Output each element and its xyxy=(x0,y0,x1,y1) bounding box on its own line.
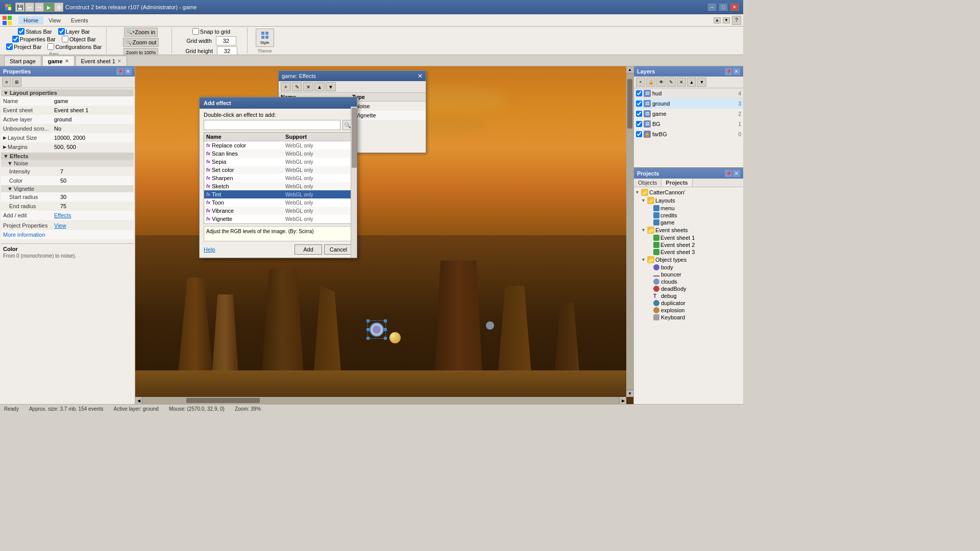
menu-events[interactable]: Events xyxy=(66,16,93,24)
effect-item-4[interactable]: fxSharpen WebGL only xyxy=(204,174,352,182)
effect-item-2[interactable]: fxSepia WebGL only xyxy=(204,158,352,166)
effects-link[interactable]: Effects xyxy=(54,212,132,218)
tree-event1[interactable]: Event sheet 1 xyxy=(635,234,742,241)
zoom-100-btn[interactable]: Zoom to 100% xyxy=(124,48,159,55)
tree-obj-debug[interactable]: T debug xyxy=(635,292,742,299)
tab-start-page[interactable]: Start page xyxy=(4,56,41,66)
cancel-button[interactable]: Cancel xyxy=(324,244,353,255)
tree-layout-menu[interactable]: menu xyxy=(635,205,742,212)
layout-properties-header[interactable]: ▼ Layout properties xyxy=(1,89,134,96)
vignette-header[interactable]: ▼ Vignette xyxy=(1,185,134,192)
layer-game-visible[interactable] xyxy=(636,111,642,117)
tree-obj-clouds[interactable]: clouds xyxy=(635,278,742,285)
projects-close-btn[interactable]: ✕ xyxy=(733,170,740,177)
run-icon[interactable]: ▶ xyxy=(44,3,54,12)
tree-obj-explosion[interactable]: explosion xyxy=(635,307,742,314)
tab-projects[interactable]: Projects xyxy=(662,179,692,187)
project-bar-check[interactable]: Project Bar xyxy=(6,43,41,51)
layer-ground-visible[interactable] xyxy=(636,101,642,107)
tree-objecttypes[interactable]: ▼ 📁 Object types xyxy=(635,256,742,264)
effect-item-3[interactable]: fxSet color WebGL only xyxy=(204,166,352,174)
tree-layout-game[interactable]: game xyxy=(635,219,742,226)
layer-hud[interactable]: 🖼 hud 4 xyxy=(634,88,743,98)
player-object[interactable] xyxy=(370,322,384,337)
effect-item-6[interactable]: fxTint WebGL only xyxy=(204,190,352,198)
effect-search-input[interactable] xyxy=(204,120,340,130)
menu-home[interactable]: Home xyxy=(18,16,43,24)
tree-eventsheets[interactable]: ▼ 📁 Event sheets xyxy=(635,226,742,234)
tree-obj-keyboard[interactable]: Keyboard xyxy=(635,314,742,321)
effects-delete-btn[interactable]: ✕ xyxy=(303,82,313,91)
layer-add-btn[interactable]: + xyxy=(636,78,645,87)
grid-height-input[interactable] xyxy=(217,46,237,55)
sort-alpha-btn[interactable]: ≡ xyxy=(2,78,11,87)
layer-farbg-visible[interactable] xyxy=(636,131,642,137)
help-btn[interactable]: ? xyxy=(732,16,741,25)
layer-up-btn[interactable]: ▲ xyxy=(687,78,696,87)
project-properties-link[interactable]: View xyxy=(54,222,132,229)
vertical-scrollbar[interactable]: ▲ ▼ xyxy=(626,66,633,397)
layer-delete-btn[interactable]: ✕ xyxy=(677,78,686,87)
layer-down-btn[interactable]: ▼ xyxy=(697,78,706,87)
style-button[interactable]: Style xyxy=(256,29,274,47)
h-scroll-thumb[interactable] xyxy=(186,398,260,403)
tree-obj-duplicator[interactable]: duplicator xyxy=(635,299,742,307)
debug-run-icon[interactable]: ⚙ xyxy=(54,3,63,12)
effects-edit-btn[interactable]: ✎ xyxy=(292,82,302,91)
layer-bar-check[interactable]: Layer Bar xyxy=(58,28,90,35)
horizontal-scrollbar[interactable]: ◀ ▶ xyxy=(135,397,626,404)
layers-pin-btn[interactable]: 📌 xyxy=(725,68,732,75)
tree-obj-deadbody[interactable]: deadBody xyxy=(635,285,742,292)
layer-bg[interactable]: 🖼 BG 1 xyxy=(634,119,743,129)
tab-game-close[interactable]: ✕ xyxy=(65,59,69,64)
projects-pin-btn[interactable]: 📌 xyxy=(725,170,732,177)
status-bar-check[interactable]: Status Bar xyxy=(18,28,52,35)
effects-up-btn[interactable]: ▲ xyxy=(314,82,325,91)
effects-list[interactable]: Name Support fxReplace color WebGL only … xyxy=(204,132,353,224)
minimize-button[interactable]: ─ xyxy=(707,3,717,11)
scroll-up-btn[interactable]: ▲ xyxy=(714,17,721,23)
help-link[interactable]: Help xyxy=(204,246,215,253)
sort-cat-btn[interactable]: ⊞ xyxy=(12,78,21,87)
tree-obj-bouncer[interactable]: bouncer xyxy=(635,271,742,278)
list-scrollbar[interactable] xyxy=(351,132,353,224)
redo-icon[interactable]: ↪ xyxy=(35,3,44,12)
effects-down-btn[interactable]: ▼ xyxy=(326,82,336,91)
menu-view[interactable]: View xyxy=(43,16,66,24)
canvas-area[interactable]: ◀ ▶ ▲ ▼ game: Effects ✕ + ✎ ✕ ▲ ▼ Name T… xyxy=(135,66,633,404)
layers-close-btn[interactable]: ✕ xyxy=(733,68,740,75)
layer-game[interactable]: 🖼 game 2 xyxy=(634,109,743,119)
zoom-out-btn[interactable]: 🔍- Zoom out xyxy=(123,38,159,47)
layer-bg-visible[interactable] xyxy=(636,121,642,127)
scroll-right-btn[interactable]: ▶ xyxy=(619,397,626,404)
add-button[interactable]: Add xyxy=(295,244,322,255)
configurations-bar-check[interactable]: Configurations Bar xyxy=(47,43,102,51)
effect-item-7[interactable]: fxToon WebGL only xyxy=(204,198,352,207)
coin-object[interactable] xyxy=(389,332,401,343)
tree-event2[interactable]: Event sheet 2 xyxy=(635,241,742,248)
tree-layouts[interactable]: ▼ 📁 Layouts xyxy=(635,196,742,205)
effect-item-9[interactable]: fxVignette WebGL only xyxy=(204,215,352,223)
properties-close-btn[interactable]: ✕ xyxy=(125,68,132,75)
tree-event3[interactable]: Event sheet 3 xyxy=(635,248,742,256)
undo-icon[interactable]: ↩ xyxy=(25,3,34,12)
object-bar-check[interactable]: Object Bar xyxy=(62,35,96,43)
layer-hud-visible[interactable] xyxy=(636,90,642,96)
effect-item-5[interactable]: fxSketch WebGL only xyxy=(204,182,352,190)
v-scroll-thumb[interactable] xyxy=(627,79,632,129)
scroll-down-btn[interactable]: ▼ xyxy=(723,17,730,23)
tab-game[interactable]: game ✕ xyxy=(42,56,75,66)
noise-header[interactable]: ▼ Noise xyxy=(1,160,134,167)
tab-event-sheet[interactable]: Event sheet 1 ✕ xyxy=(76,56,127,66)
maximize-button[interactable]: □ xyxy=(719,3,728,11)
effects-header[interactable]: ▼ Effects xyxy=(1,153,134,160)
scroll-down-btn[interactable]: ▼ xyxy=(626,390,633,397)
layer-farbg[interactable]: 🔒 farBG 0 xyxy=(634,129,743,139)
tree-layout-credits[interactable]: credits xyxy=(635,212,742,219)
grid-width-input[interactable] xyxy=(216,36,236,45)
snap-to-grid-check[interactable]: Snap to grid xyxy=(192,28,230,35)
effect-item-8[interactable]: fxVibrance WebGL only xyxy=(204,207,352,215)
layer-lock-btn[interactable]: 🔒 xyxy=(646,78,655,87)
scroll-left-btn[interactable]: ◀ xyxy=(135,397,142,404)
effect-item-1[interactable]: fxScan lines WebGL only xyxy=(204,149,352,158)
